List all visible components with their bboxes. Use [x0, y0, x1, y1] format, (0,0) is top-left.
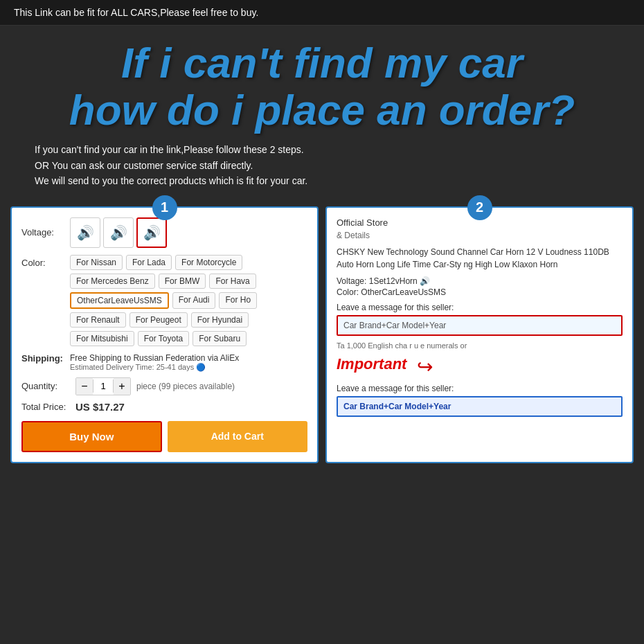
qty-piece: piece (99 pieces available) — [136, 382, 235, 391]
price-value: US $17.27 — [75, 401, 125, 413]
headline-line1: If i can't find my car — [28, 39, 616, 87]
color-tag-bmw[interactable]: For BMW — [159, 274, 206, 289]
step1-badge: 1 — [152, 195, 177, 220]
two-panel-container: 1 Voltage: 🔊 🔊 🔊 Color: For Nissan For L… — [10, 206, 634, 463]
important-section: Important ↪ — [337, 355, 623, 378]
qty-value: 1 — [93, 379, 114, 393]
voltage-label: Voltage: — [21, 227, 70, 238]
banner-text: This Link can be fit for ALL CARS,Please… — [14, 7, 258, 18]
message-label-1: Leave a message for this seller: — [337, 303, 623, 312]
hint-text: Ta 1,000 English cha r u e numerals or — [337, 341, 623, 350]
shipping-detail: Estimated Delivery Time: 25-41 days 🔵 — [70, 363, 239, 372]
details-label: & Details — [337, 231, 623, 240]
color-tag-ho[interactable]: For Ho — [219, 292, 257, 309]
quantity-label: Quantity: — [21, 381, 70, 391]
step2-panel: 2 Official Store & Details CHSKY New Tec… — [325, 206, 634, 463]
instruction-3: We will send to you the correct products… — [35, 173, 609, 188]
color-tag-peugeot[interactable]: For Peugeot — [129, 312, 188, 328]
color-tag-renault[interactable]: For Renault — [70, 312, 126, 328]
color-tag-mitsubishi[interactable]: For Mitsubishi — [70, 331, 134, 346]
spec-color: Color: OtherCarLeaveUsSMS — [337, 287, 623, 297]
message-placeholder-1: Car Brand+Car Model+Year — [343, 321, 446, 330]
color-label: Color: — [21, 255, 70, 268]
price-label: Total Price: — [21, 402, 70, 412]
color-tag-nissan[interactable]: For Nissan — [70, 255, 123, 270]
quantity-control: − 1 + — [75, 377, 131, 395]
message-input-1: Car Brand+Car Model+Year — [337, 315, 623, 336]
quantity-row: Quantity: − 1 + piece (99 pieces availab… — [21, 377, 307, 395]
color-tag-mercedes[interactable]: For Mercedes Benz — [70, 274, 155, 289]
step1-panel: 1 Voltage: 🔊 🔊 🔊 Color: For Nissan For L… — [10, 206, 319, 463]
color-tag-lada[interactable]: For Lada — [126, 255, 172, 270]
color-tag-other[interactable]: OtherCarLeaveUsSMS — [70, 292, 169, 309]
color-tag-toyota[interactable]: For Toyota — [138, 331, 189, 346]
price-row: Total Price: US $17.27 — [21, 401, 307, 413]
arrow-icon: ↪ — [417, 355, 433, 378]
voltage-icon-1[interactable]: 🔊 — [70, 217, 100, 248]
instruction-1: If you can't find your car in the link,P… — [35, 142, 609, 157]
shipping-row: Shipping: Free Shipping to Russian Feder… — [21, 353, 307, 372]
color-tag-motorcycle[interactable]: For Motorcycle — [175, 255, 242, 270]
qty-plus-button[interactable]: + — [114, 378, 130, 395]
voltage-row: Voltage: 🔊 🔊 🔊 — [21, 217, 307, 248]
important-text: Important — [337, 355, 406, 373]
shipping-label: Shipping: — [21, 353, 70, 364]
shipping-details: Free Shipping to Russian Federation via … — [70, 353, 239, 372]
message-placeholder-2: Car Brand+Car Model+Year — [343, 402, 451, 411]
headline-subtitle: If you can't find your car in the link,P… — [28, 142, 616, 188]
color-tags: For Nissan For Lada For Motorcycle For M… — [70, 255, 307, 346]
product-desc: CHSKY New Technology Sound Channel Car H… — [337, 246, 623, 271]
spec-voltage: Voltage: 1Set12vHorn 🔊 — [337, 276, 623, 286]
headline-section: If i can't find my car how do i place an… — [0, 26, 644, 196]
color-tag-subaru[interactable]: For Subaru — [193, 331, 247, 346]
color-tag-audi[interactable]: For Audi — [172, 292, 216, 309]
action-buttons: Buy Now Add to Cart — [21, 421, 307, 452]
message-input-2: Car Brand+Car Model+Year — [337, 396, 623, 417]
qty-minus-button[interactable]: − — [76, 378, 93, 395]
voltage-icons: 🔊 🔊 🔊 — [70, 217, 167, 248]
color-tag-hyundai[interactable]: For Hyundai — [191, 312, 249, 328]
add-to-cart-button[interactable]: Add to Cart — [168, 421, 308, 452]
color-tag-hava[interactable]: For Hava — [209, 274, 256, 289]
shipping-value: Free Shipping to Russian Federation via … — [70, 353, 239, 363]
message-label-2: Leave a message for this seller: — [337, 384, 623, 393]
step2-badge: 2 — [467, 195, 492, 220]
headline-line2: how do i place an order? — [28, 87, 616, 134]
buy-now-button[interactable]: Buy Now — [21, 421, 162, 452]
voltage-icon-3[interactable]: 🔊 — [136, 217, 167, 248]
color-row: Color: For Nissan For Lada For Motorcycl… — [21, 255, 307, 346]
voltage-icon-2[interactable]: 🔊 — [103, 217, 134, 248]
headline-title: If i can't find my car how do i place an… — [28, 39, 616, 134]
instruction-2: OR You can ask our customer service staf… — [35, 158, 609, 173]
top-banner: This Link can be fit for ALL CARS,Please… — [0, 0, 644, 26]
